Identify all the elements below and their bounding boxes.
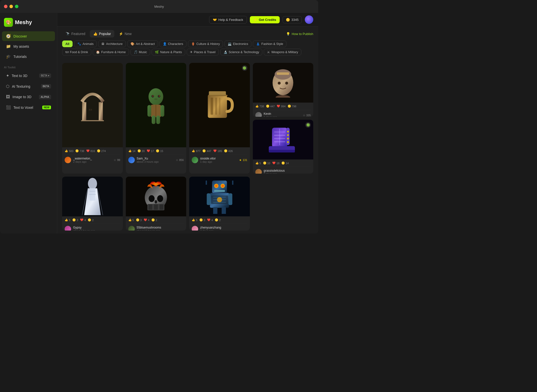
beta-dropdown-badge[interactable]: BETA ▾ — [39, 74, 51, 78]
card-card-1[interactable]: 石文 👍 583 🟡 738 ❤️ 816 🟡 274 _watermelon_… — [62, 63, 123, 174]
filter-places-label: Places & Travel — [194, 50, 216, 54]
toolkit-section-label: AI Toolkit — [0, 62, 57, 70]
featured-icon: 🔭 — [66, 32, 70, 36]
filter-fashion[interactable]: 👗 Fashion & Style — [253, 40, 286, 47]
stat-item: 🟡 426 — [224, 149, 233, 153]
card-stats: 👍 583 🟡 738 ❤️ 816 🟡 274 — [65, 149, 120, 153]
minimize-button[interactable] — [9, 5, 13, 8]
fashion-icon: 👗 — [256, 42, 260, 46]
card-card-8[interactable]: 👍 5 🟡 3 ❤️ 4 🟡 2 zhenyuanzhang 2 days ag… — [189, 177, 250, 231]
how-to-publish-label: How to Publish — [292, 32, 313, 36]
svg-rect-64 — [213, 207, 217, 214]
stat-value: 185 — [218, 150, 222, 153]
star-button[interactable]: ★ 131 — [239, 158, 247, 162]
star-button[interactable]: ☆ 856 — [176, 158, 184, 162]
tab-featured[interactable]: 🔭 Featured — [62, 30, 89, 38]
sidebar-item-discover[interactable]: 🧭 Discover — [2, 31, 55, 41]
card-card-6[interactable]: 👍 5 🟡 3 ❤️ 4 🟡 2 Gypsy about 6 hours ago — [62, 177, 123, 231]
card-stats: 👍 14 🟡 20 ❤️ 17 🟡 15 — [128, 149, 184, 153]
filter-nature[interactable]: 🌿 Nature & Plants — [152, 49, 185, 55]
card-stats: 👍 877 🟡 447 ❤️ 185 🟡 426 — [192, 149, 247, 153]
card-card-7[interactable]: 👍 5 🟡 3 ❤️ 4 🟡 2 55bluemushrooms about 1… — [126, 177, 186, 231]
svg-rect-14 — [147, 105, 151, 117]
user-info: _watermelon_ 2 days ago — [73, 157, 112, 163]
svg-rect-17 — [156, 116, 160, 124]
nature-icon: 🌿 — [155, 50, 159, 54]
model-3d-boot — [253, 120, 313, 159]
tab-popular[interactable]: 👍 Popular — [90, 30, 114, 38]
filter-music[interactable]: 🎵 Music — [131, 49, 150, 55]
stat-icon: 👍 — [128, 218, 132, 222]
filter-culture[interactable]: 🏺 Culture & History — [188, 40, 223, 47]
tool-label-voxel: Text to Voxel — [13, 106, 33, 110]
stat-item: ❤️ 4 — [144, 218, 149, 222]
card-card-5[interactable]: 🟢 — [253, 120, 313, 174]
characters-icon: 👤 — [163, 42, 167, 46]
card-divider — [128, 155, 184, 155]
card-card-4[interactable]: 👍 738 🟡 447 ❤️ 994 🟡 798 Kevin 1 days ag… — [253, 63, 313, 117]
card-image-arch: 石文 — [62, 63, 123, 147]
sidebar-item-tutorials[interactable]: 🎓 Tutorials — [2, 52, 55, 61]
close-button[interactable] — [4, 5, 7, 8]
model-3d-dress — [62, 177, 123, 216]
filter-all[interactable]: All — [62, 40, 73, 47]
stat-icon: ❤️ — [80, 218, 84, 222]
tabs-row: 🔭 Featured 👍 Popular ⚡ New 💡 How to Publ… — [62, 30, 313, 38]
tool-label-image-to-3d: Image to 3D — [12, 95, 31, 99]
stat-icon: ❤️ — [272, 161, 276, 165]
filter-art[interactable]: 🎨 Art & Abstract — [127, 40, 158, 47]
user-avatar-grassisdelicious — [255, 169, 262, 174]
filter-furniture[interactable]: 🏠 Furniture & Home — [93, 49, 129, 55]
filter-characters[interactable]: 👤 Characters — [160, 40, 186, 47]
filter-art-label: Art & Abstract — [136, 42, 155, 46]
svg-rect-52 — [148, 204, 152, 210]
stat-value: 14 — [286, 162, 289, 165]
sidebar-item-image-to-3d[interactable]: 🖼 Image to 3D ALPHA — [2, 92, 55, 102]
filter-food-label: Food & Drink — [70, 50, 88, 54]
card-card-2[interactable]: 👍 14 🟡 20 ❤️ 17 🟡 15 Sam_Xu about 3 hour… — [126, 63, 186, 174]
stat-item: 🟡 738 — [75, 149, 84, 153]
filter-animals[interactable]: 🐾 Animals — [74, 40, 97, 47]
model-3d-robot — [189, 177, 250, 216]
filter-weapons[interactable]: ⚔ Weapons & Military — [264, 49, 301, 55]
stat-icon: 🟡 — [281, 161, 285, 165]
card-user: 55bluemushrooms about 10 hours ago — [128, 226, 184, 231]
card-stats: 👍 738 🟡 447 ❤️ 994 🟡 798 — [255, 105, 311, 108]
svg-point-11 — [154, 98, 158, 100]
sidebar: 🎨 Meshy 🧭 Discover 📁 My assets 🎓 Tutoria… — [0, 13, 57, 234]
stat-icon: ❤️ — [144, 218, 147, 222]
svg-point-59 — [221, 185, 224, 187]
filter-culture-label: Culture & History — [196, 42, 220, 46]
user-info: zhenyuanzhang 2 days ago — [200, 226, 247, 231]
how-to-publish-link[interactable]: 💡 How to Publish — [286, 32, 313, 36]
model-3d-skull — [126, 177, 186, 216]
maximize-button[interactable] — [15, 5, 18, 8]
sidebar-item-my-assets[interactable]: 📁 My assets — [2, 41, 55, 51]
star-button[interactable]: ☆ 335 — [303, 114, 311, 117]
stat-item: 👍 5 — [65, 218, 70, 222]
star-button[interactable]: ☆ 99 — [114, 158, 120, 162]
sidebar-item-text-to-voxel[interactable]: ⬛ Text to Voxel NEW — [2, 103, 55, 112]
svg-rect-62 — [207, 193, 210, 205]
svg-rect-54 — [160, 204, 163, 210]
filter-weapons-label: Weapons & Military — [271, 50, 298, 54]
filter-electronics[interactable]: 💻 Electronics — [224, 40, 251, 47]
filter-science[interactable]: 🔬 Science & Technology — [220, 49, 263, 55]
help-icon: 🤝 — [213, 18, 217, 22]
filter-furniture-label: Furniture & Home — [101, 50, 126, 54]
card-card-3[interactable]: 🟢 👍 877 🟡 447 ❤️ — [189, 63, 250, 174]
sidebar-item-ai-texturing[interactable]: ⬡ AI Texturing BETA — [2, 81, 55, 91]
tab-new[interactable]: ⚡ New — [115, 30, 135, 38]
star-count: 335 — [306, 114, 311, 117]
sidebar-item-text-to-3d[interactable]: ✦ Text to 3D BETA ▾ — [2, 71, 55, 80]
filter-places[interactable]: ✈ Places & Travel — [187, 49, 219, 55]
svg-rect-20 — [209, 95, 227, 96]
svg-point-51 — [155, 200, 157, 204]
filter-architecture[interactable]: 🏛 Architecture — [98, 40, 126, 47]
username: Kevin — [264, 112, 301, 116]
user-avatar[interactable] — [305, 15, 313, 24]
get-credits-button[interactable]: ⚡ Get Credits — [250, 16, 280, 23]
help-feedback-button[interactable]: 🤝 Help & Feedback — [209, 16, 247, 24]
stat-item: 🟡 15 — [156, 149, 163, 153]
filter-food[interactable]: 🍽 Food & Drink — [62, 49, 91, 55]
